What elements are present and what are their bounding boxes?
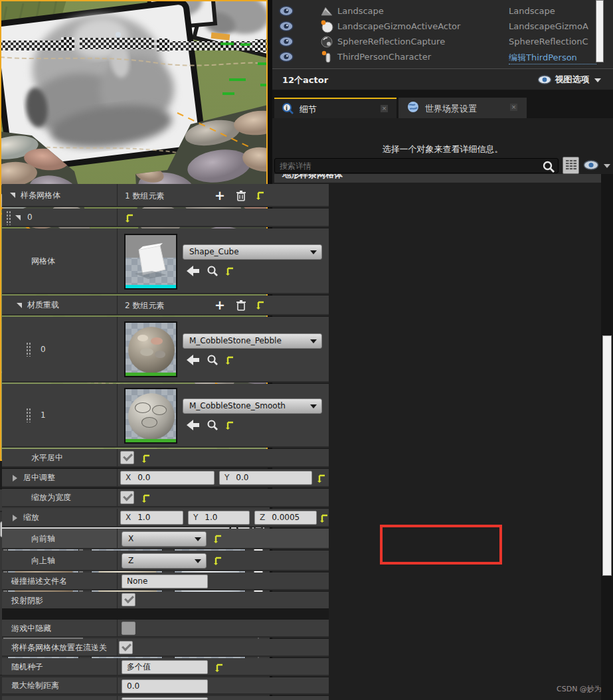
browse-to-asset-icon[interactable] — [187, 355, 200, 365]
reset-to-default-icon[interactable] — [213, 556, 222, 565]
material-thumbnail[interactable] — [124, 388, 177, 444]
browse-to-asset-icon[interactable] — [187, 420, 200, 430]
scale-x-field[interactable]: X1.0 — [120, 511, 183, 525]
reset-to-default-icon[interactable] — [319, 513, 329, 523]
material-type-bar — [126, 373, 176, 376]
edit-blueprint-link[interactable]: 编辑ThirdPerson — [509, 52, 596, 64]
reset-to-default-icon[interactable] — [317, 474, 326, 483]
category-gap — [2, 608, 329, 620]
eye-icon — [583, 159, 599, 171]
visibility-eye-icon[interactable] — [279, 21, 294, 32]
chevron-down-icon — [310, 250, 317, 254]
svg-text:i: i — [286, 105, 288, 112]
tab-world-settings[interactable]: 世界场景设置 × — [398, 98, 527, 118]
row-random-seed: 随机种子 多个值 — [2, 658, 329, 676]
array-count: 1 数组元素 — [125, 191, 164, 202]
reset-to-default-icon[interactable] — [225, 355, 234, 365]
reset-to-default-icon[interactable] — [215, 663, 224, 672]
chevron-down-icon — [195, 537, 201, 541]
reset-to-default-icon[interactable] — [225, 420, 234, 430]
place-in-streaming-checkbox[interactable] — [119, 641, 133, 654]
center-adjust-x-field[interactable]: X0.0 — [120, 471, 215, 485]
details-view-filter[interactable] — [583, 159, 610, 173]
scale-to-width-checkbox[interactable] — [120, 491, 134, 504]
static-mesh-type-bar — [126, 285, 176, 288]
scale-y-field[interactable]: Y1.0 — [188, 511, 250, 525]
expand-arrow-icon[interactable] — [10, 193, 15, 198]
details-search[interactable] — [274, 158, 559, 173]
material-type-bar — [126, 439, 176, 442]
scale-z-field[interactable]: Z0.0005 — [254, 511, 317, 525]
row-array-element-0[interactable]: 0 — [2, 209, 329, 227]
reset-to-default-icon[interactable] — [256, 300, 265, 309]
close-icon[interactable]: × — [510, 104, 517, 111]
hidden-in-game-checkbox[interactable] — [122, 622, 135, 635]
row-spline-mesh-array[interactable]: 样条网格体 1 数组元素 + — [2, 184, 329, 207]
row-forward-axis: 向前轴 X — [2, 529, 329, 549]
chevron-down-icon — [195, 559, 201, 563]
reset-to-default-icon[interactable] — [141, 493, 151, 503]
details-search-input[interactable] — [280, 160, 532, 171]
outliner-scrollbar-thumb[interactable] — [596, 0, 604, 62]
use-selected-asset-icon[interactable] — [207, 419, 219, 431]
use-selected-asset-icon[interactable] — [207, 265, 219, 277]
cast-shadow-checkbox[interactable] — [122, 593, 135, 606]
world-outliner: Landscape Landscape LandscapeGizmoActive… — [272, 0, 613, 68]
max-draw-distance-field[interactable]: 0.0 — [122, 679, 208, 693]
reset-to-default-icon[interactable] — [225, 266, 234, 276]
outliner-view-options-button[interactable]: 视图选项 — [537, 74, 601, 86]
reset-to-default-icon[interactable] — [141, 454, 151, 463]
mesh-dropdown[interactable]: Shape_Cube — [183, 244, 322, 260]
add-element-icon[interactable]: + — [215, 299, 225, 311]
chevron-down-icon[interactable] — [604, 164, 610, 168]
center-horizontally-checkbox[interactable] — [120, 451, 134, 464]
outliner-row-landscapegizmo[interactable]: LandscapeGizmoActiveActor LandscapeGizmo… — [272, 19, 596, 35]
close-icon[interactable]: × — [381, 105, 388, 112]
use-selected-asset-icon[interactable] — [207, 354, 219, 366]
center-adjust-y-field[interactable]: Y0.0 — [219, 471, 312, 485]
unreal-editor-window: M_Concrete_Grime M_Concrete_Panels M_Con… — [0, 0, 613, 700]
row-collision-profile: 碰撞描述文件名 None — [2, 572, 329, 590]
random-seed-field[interactable]: 多个值 — [122, 660, 208, 674]
trash-icon[interactable] — [236, 300, 246, 311]
expand-arrow-icon[interactable] — [17, 303, 22, 308]
collision-profile-field[interactable]: None — [122, 574, 208, 588]
drag-handle-icon[interactable] — [6, 211, 11, 225]
details-scrollbar-track[interactable] — [601, 174, 613, 700]
material-1-dropdown[interactable]: M_CobbleStone_Smooth — [183, 398, 322, 414]
visibility-eye-icon[interactable] — [279, 36, 294, 47]
collapsed-arrow-icon[interactable] — [13, 515, 17, 521]
up-axis-dropdown[interactable]: Z — [122, 553, 207, 569]
row-scale-to-width: 缩放为宽度 — [2, 489, 329, 507]
character-actor-icon — [321, 50, 333, 64]
row-center-adjust: 居中调整 X0.0 Y0.0 — [2, 469, 329, 487]
material-0-dropdown[interactable]: M_CobbleStone_Pebble — [183, 333, 322, 349]
outliner-row-landscape[interactable]: Landscape Landscape — [272, 4, 596, 19]
outliner-row-thirdperson[interactable]: ThirdPersonCharacter 编辑ThirdPerson — [272, 50, 596, 65]
visibility-eye-icon[interactable] — [279, 51, 294, 62]
tab-details[interactable]: i 细节 × — [274, 98, 396, 118]
add-element-icon[interactable]: + — [215, 189, 225, 201]
chevron-down-icon — [310, 404, 317, 408]
row-partial — [2, 696, 329, 700]
row-center-horizontally: 水平居中 — [2, 449, 329, 468]
forward-axis-dropdown[interactable]: X — [122, 531, 207, 547]
mesh-thumbnail[interactable] — [124, 234, 177, 290]
property-matrix-button[interactable] — [563, 157, 579, 174]
visibility-eye-icon[interactable] — [279, 5, 294, 17]
expand-arrow-icon[interactable] — [15, 215, 21, 220]
drag-handle-icon[interactable] — [26, 342, 31, 357]
trash-icon[interactable] — [236, 190, 246, 201]
drag-handle-icon[interactable] — [26, 408, 31, 422]
collapsed-arrow-icon[interactable] — [13, 475, 17, 481]
reset-to-default-icon[interactable] — [125, 213, 134, 222]
browse-to-asset-icon[interactable] — [187, 266, 200, 276]
reset-to-default-icon[interactable] — [256, 191, 265, 200]
outliner-row-spherereflection[interactable]: SphereReflectionCapture SphereReflection… — [272, 35, 596, 50]
details-scrollbar-thumb[interactable] — [602, 335, 612, 576]
material-thumbnail[interactable] — [124, 321, 177, 377]
category-header-landscape-spline[interactable]: 地形样条网格体 — [274, 174, 601, 183]
gizmo-actor-icon — [320, 20, 333, 33]
row-material-override[interactable]: 材质重载 2 数组元素 + — [2, 296, 329, 315]
reset-to-default-icon[interactable] — [213, 534, 222, 543]
